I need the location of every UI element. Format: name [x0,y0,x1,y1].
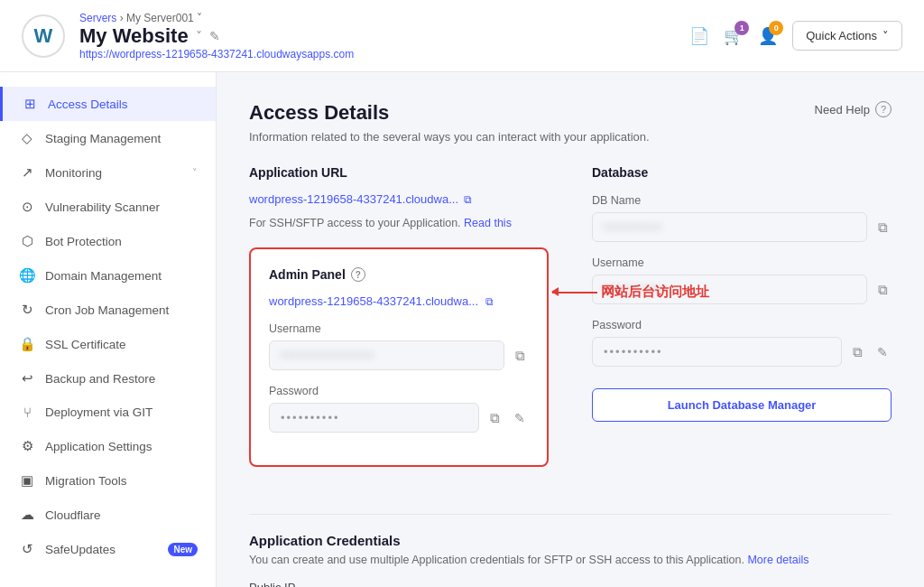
app-cred-desc-text: You can create and use multiple Applicat… [249,554,744,566]
ssh-info-text: For SSH/SFTP access to your Application. [249,217,461,229]
left-column: Application URL wordpress-1219658-433724… [249,165,549,489]
sidebar-item-backup-restore[interactable]: ↩ Backup and Restore [0,361,216,396]
help-circle-icon: ? [875,101,892,117]
sidebar-item-safeupdates[interactable]: ↺ SafeUpdates New [0,532,216,566]
app-cred-more-link[interactable]: More details [747,554,808,566]
user-badge: 0 [769,21,783,35]
staging-icon: ◇ [18,130,36,146]
ssl-icon: 🔒 [18,336,36,352]
sidebar-item-staging-management[interactable]: ◇ Staging Management [0,121,216,155]
db-name-value: •••••••••• [592,212,867,242]
arrow-container [552,292,597,294]
db-name-copy-icon[interactable]: ⧉ [874,216,892,239]
admin-password-copy-icon[interactable]: ⧉ [486,406,504,430]
breadcrumb-servers[interactable]: Servers [79,12,116,24]
need-help-label: Need Help [815,103,870,116]
need-help-button[interactable]: Need Help ? [815,101,892,117]
launch-db-manager-button[interactable]: Launch Database Manager [592,388,892,422]
annotation-area: 网站后台访问地址 [552,284,709,301]
app-url-text: wordpress-1219658-4337241.cloudwa... [249,192,458,206]
header-left: W Servers › My Server001 ˅ My Website ˅ … [22,12,354,61]
admin-url-row: wordpress-1219658-4337241.cloudwa... ⧉ [269,294,529,308]
arrow-shaft [552,292,597,294]
page-title-area: Access Details Information related to th… [249,101,650,144]
right-column: Database DB Name •••••••••• ⧉ Username •… [592,165,892,489]
sidebar-label-vulnerability: Vulnerability Scanner [45,200,160,214]
sidebar-label-ssl: SSL Certificate [45,338,126,351]
sidebar-label-staging: Staging Management [45,132,161,145]
db-name-label: DB Name [592,194,892,207]
sidebar-label-app-settings: Application Settings [45,440,152,453]
admin-url-ext-icon[interactable]: ⧉ [485,295,494,308]
breadcrumb: Servers › My Server001 ˅ [79,12,354,24]
db-username-copy-icon[interactable]: ⧉ [874,278,892,302]
header-title-area: Servers › My Server001 ˅ My Website ˅ ✎ … [79,12,354,61]
sidebar-item-access-details[interactable]: ⊞ Access Details [0,87,216,121]
public-ip-label: Public IP [249,581,892,587]
breadcrumb-sep: › [120,12,124,24]
quick-actions-button[interactable]: Quick Actions ˅ [792,21,902,51]
ssh-read-link[interactable]: Read this [464,217,512,229]
annotation-text: 网站后台访问地址 [601,284,709,301]
cloudflare-icon: ☁ [18,507,36,523]
admin-password-row: •••••••••• ⧉ ✎ [269,403,529,433]
db-password-field: Password •••••••••• ⧉ ✎ [592,319,892,367]
db-password-copy-icon[interactable]: ⧉ [849,340,866,364]
db-username-label: Username [592,256,892,269]
page-header: Access Details Information related to th… [249,101,892,144]
sidebar-label-domain: Domain Management [45,269,162,283]
sidebar-item-domain-management[interactable]: 🌐 Domain Management [0,258,216,293]
site-title-row: My Website ˅ ✎ [79,24,354,48]
sidebar-item-cron-job[interactable]: ↻ Cron Job Management [0,293,216,327]
arrow-head-icon [551,287,559,296]
sidebar-item-bot-protection[interactable]: ⬡ Bot Protection [0,224,216,258]
db-password-edit-icon[interactable]: ✎ [873,341,892,363]
user-icon[interactable]: 👤 0 [758,26,778,46]
db-name-field: DB Name •••••••••• ⧉ [592,194,892,242]
bot-protection-icon: ⬡ [18,233,36,249]
site-title: My Website [79,24,189,48]
notifications-icon[interactable]: 📄 [689,26,709,46]
header: W Servers › My Server001 ˅ My Website ˅ … [0,0,924,72]
admin-panel-info-icon[interactable]: ? [351,267,365,282]
vulnerability-icon: ⊙ [18,199,36,215]
sidebar-item-cloudflare[interactable]: ☁ Cloudflare [0,498,216,532]
sidebar-item-application-settings[interactable]: ⚙ Application Settings [0,429,216,463]
sidebar: ⊞ Access Details ◇ Staging Management ↗ … [0,72,217,587]
sidebar-item-migration-tools[interactable]: ▣ Migration Tools [0,463,216,498]
app-url-section-title: Application URL [249,165,549,180]
quick-actions-arrow-icon: ˅ [882,29,889,42]
bell-badge: 1 [735,21,749,35]
admin-username-row: •••••••••••••••• ⧉ [269,340,529,370]
safeupdates-icon: ↺ [18,541,36,557]
app-url-link[interactable]: wordpress-1219658-4337241.cloudwa... ⧉ [249,192,549,206]
sidebar-item-deployment-git[interactable]: ⑂ Deployment via GIT [0,396,216,429]
git-icon: ⑂ [18,405,36,420]
sidebar-item-vulnerability-scanner[interactable]: ⊙ Vulnerability Scanner [0,190,216,224]
site-title-edit-icon[interactable]: ✎ [209,29,220,43]
admin-url-link[interactable]: wordpress-1219658-4337241.cloudwa... [269,294,478,308]
quick-actions-label: Quick Actions [806,29,877,42]
sidebar-label-monitoring: Monitoring [45,166,102,180]
admin-panel-header: Admin Panel ? [269,267,529,282]
breadcrumb-dropdown[interactable]: ˅ [197,12,202,24]
sidebar-label-access-details: Access Details [48,98,128,111]
content-columns: Application URL wordpress-1219658-433724… [249,165,892,489]
db-section-title: Database [592,165,892,180]
sidebar-item-monitoring[interactable]: ↗ Monitoring ˅ [0,155,216,190]
layout: ⊞ Access Details ◇ Staging Management ↗ … [0,72,924,587]
domain-icon: 🌐 [18,267,36,284]
app-settings-icon: ⚙ [18,438,36,454]
bell-icon[interactable]: 🛒 1 [724,26,744,46]
monitoring-icon: ↗ [18,164,36,181]
db-password-row: •••••••••• ⧉ ✎ [592,337,892,367]
sidebar-item-ssl-certificate[interactable]: 🔒 SSL Certificate [0,327,216,361]
admin-username-copy-icon[interactable]: ⧉ [512,344,529,368]
admin-password-value: •••••••••• [269,403,479,433]
site-url-link[interactable]: https://wordpress-1219658-4337241.cloudw… [79,48,354,61]
doc-icon: 📄 [689,27,709,45]
admin-password-label: Password [269,385,529,397]
breadcrumb-server: My Server001 [126,12,194,24]
site-title-dropdown[interactable]: ˅ [196,29,202,43]
admin-password-edit-icon[interactable]: ✎ [511,407,529,429]
